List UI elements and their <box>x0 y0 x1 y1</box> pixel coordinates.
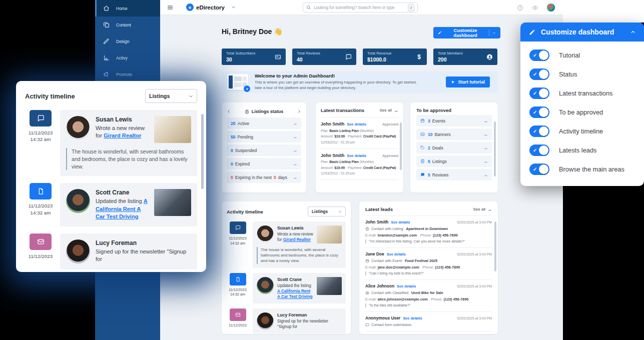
chat-icon <box>235 225 241 230</box>
transaction-name: John Smith <box>321 153 344 158</box>
activity-filter-dropdown[interactable]: Listings <box>308 206 346 216</box>
status-row-suspended[interactable]: 0 Suspended → <box>227 144 301 156</box>
scrollbar[interactable] <box>400 122 402 170</box>
customize-dashboard-button[interactable]: Customize dashboard <box>433 27 500 38</box>
chevron-right-icon[interactable] <box>297 110 301 114</box>
sidebar-item-promote[interactable]: Promote <box>95 66 160 82</box>
start-tutorial-button[interactable]: Start tutorial <box>446 76 490 88</box>
scrollbar[interactable] <box>201 114 204 189</box>
sidebar-item-activity[interactable]: Activy <box>95 50 160 66</box>
toggle-row-latests-leads: ✓ Latests leads <box>520 140 644 160</box>
toggle-knob <box>539 146 548 155</box>
lead-name: Anonymous User <box>365 316 400 320</box>
status-toggle[interactable]: ✓ <box>529 68 549 80</box>
panel-title: To be approved <box>416 108 492 113</box>
listing-photo <box>317 277 342 295</box>
lead-contact-info: E-mail: alice.johnson@example.com · Phon… <box>365 297 492 302</box>
sidebar-item-home[interactable]: Home <box>95 0 160 16</box>
entry-link[interactable]: Girard Realtor <box>283 238 311 242</box>
tutorial-toggle[interactable]: ✓ <box>529 50 549 61</box>
entry-name: Susan Lewis <box>277 226 313 230</box>
eye-icon[interactable] <box>532 4 538 11</box>
panel-title: Activity timeline <box>25 92 75 100</box>
listing-badge <box>30 183 52 200</box>
to-be-approved-toggle[interactable]: ✓ <box>529 106 549 118</box>
entry-action: Signed up for the newsletter "Signup for <box>277 319 328 329</box>
see-details-link[interactable]: See details <box>391 220 410 224</box>
play-icon <box>451 80 455 84</box>
welcome-text: Welcome to your Admin Dashboard! This is… <box>255 74 420 90</box>
status-count: 0 <box>231 148 233 153</box>
help-icon[interactable] <box>517 4 523 11</box>
lead-date: 02/02/2025 at 3:43 PM <box>457 316 492 320</box>
filter-value: Listings <box>149 93 170 99</box>
timeline-entry: 11/12/2023 Lucy Foreman Signed up for th… <box>25 234 197 270</box>
listings-status-panel: Listings status 20 Active → 50 Pending →… <box>222 102 306 192</box>
avatar[interactable] <box>547 4 555 12</box>
scrollbar[interactable] <box>494 122 496 176</box>
entry-name: Scott Crane <box>277 277 313 282</box>
entry-name: Susan Lewis <box>96 116 149 123</box>
activity-timeline-panel: Activity timeline Listings 11/12/202314:… <box>222 202 351 334</box>
see-details-link[interactable]: See details <box>387 252 406 256</box>
approval-row-deals[interactable]: 2 Deals → <box>416 142 492 154</box>
approval-row-reviews[interactable]: 5 Reviews → <box>416 169 492 180</box>
chevron-down-icon[interactable] <box>231 5 236 10</box>
see-all-link[interactable]: See all → <box>473 207 492 212</box>
see-details-link[interactable]: See details <box>397 284 416 288</box>
status-row-expiring[interactable]: 0 Expiring in the next 0 days → <box>227 172 301 183</box>
see-details-link[interactable]: See details <box>347 154 366 158</box>
stat-total-members: Total Members 200 <box>433 48 497 65</box>
entry-action: Signed up for the newsletter "Signup for <box>96 248 186 262</box>
sidebar-item-design[interactable]: Design <box>95 33 160 50</box>
activity-filter-dropdown[interactable]: Listings <box>145 89 197 103</box>
approval-count: 3 <box>428 118 430 124</box>
status-row-expired[interactable]: 0 Expired → <box>227 158 301 170</box>
arrow-right-icon: → <box>483 145 488 150</box>
contact-label: Contact with Classified: <box>371 290 409 295</box>
chat-icon <box>365 323 369 327</box>
see-details-link[interactable]: See details <box>347 122 366 126</box>
arrow-right-icon: → <box>394 108 398 113</box>
approval-row-events[interactable]: 3 Events → <box>416 115 492 126</box>
check-icon: ✓ <box>533 52 537 58</box>
brand: e eDirectory <box>186 4 236 11</box>
filter-value: Listings <box>312 209 328 214</box>
search-bar[interactable]: / <box>303 2 418 12</box>
activity-timeline-floating-panel: Activity timeline Listings 11/12/202314:… <box>16 81 206 272</box>
see-details-link[interactable]: See details <box>403 316 422 320</box>
scrollbar[interactable] <box>494 222 496 272</box>
hamburger-menu-icon[interactable] <box>167 4 173 10</box>
toggle-label: To be approved <box>559 108 603 116</box>
activity-timeline-toggle[interactable]: ✓ <box>529 126 549 137</box>
lead-row: Anonymous User See details 02/02/2025 at… <box>365 312 492 332</box>
timeline-entry: 11/12/202314:32 am Scott Crane Updated t… <box>25 183 197 226</box>
browse-main-areas-toggle[interactable]: ✓ <box>529 164 549 175</box>
tutorial-video-thumbnail[interactable] <box>227 74 248 90</box>
chevron-left-icon[interactable] <box>227 110 231 114</box>
customize-panel-header[interactable]: Customize dashboard <box>520 22 644 42</box>
sidebar-item-content[interactable]: Content <box>95 16 160 33</box>
entry-link[interactable]: A California Rent A Car Test Driving <box>277 289 313 299</box>
listings-status-header: Listings status <box>227 108 301 116</box>
entry-action: Updated the listing <box>277 284 311 288</box>
see-all-link[interactable]: See all → <box>380 108 398 113</box>
latests-leads-toggle[interactable]: ✓ <box>529 144 549 156</box>
approval-row-banners[interactable]: 10 Banners → <box>416 128 492 140</box>
arrow-right-icon: → <box>293 134 298 140</box>
status-row-active[interactable]: 20 Active → <box>227 118 301 129</box>
approval-row-listings[interactable]: 5 Listings → <box>416 156 492 167</box>
review-quote: The house is wonderful, with several bat… <box>257 247 342 264</box>
search-input[interactable] <box>314 5 405 10</box>
welcome-body: This is where you can get an overview of… <box>255 80 420 90</box>
transaction-plan: Plan: Basic Listing Plan (Monthly) <box>321 129 398 132</box>
design-icon <box>103 38 110 44</box>
transactions-list: John Smith See details Approved Plan: Ba… <box>321 117 398 180</box>
status-label: days <box>278 175 287 180</box>
chat-bubble-icon <box>345 54 352 60</box>
lead-row: Jane Doe See details 02/02/2025 at 3:43 … <box>365 248 492 280</box>
latest-transactions-toggle[interactable]: ✓ <box>529 88 549 99</box>
entry-time: 14:32 am <box>31 136 51 142</box>
status-row-pending[interactable]: 50 Pending → <box>227 131 301 142</box>
entry-link[interactable]: Girard Realtor <box>104 132 141 138</box>
